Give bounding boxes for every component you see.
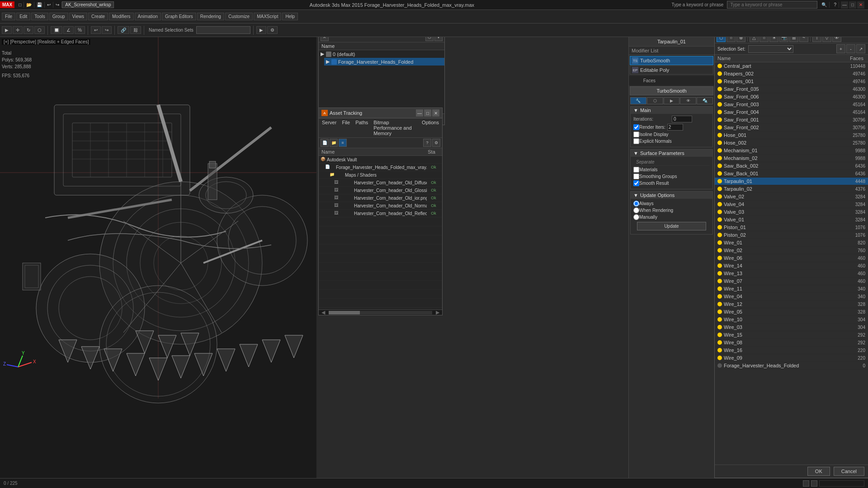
ss-item[interactable]: Tarpaulin_014448 [715, 178, 868, 185]
ss-item[interactable]: Wire_13460 [715, 270, 868, 277]
at-row-reflect[interactable]: 🖼 Harvester_Corn_header_Old_Reflect.png … [319, 210, 442, 217]
menu-views[interactable]: Views [69, 13, 88, 20]
at-row-normal[interactable]: 🖼 Harvester_Corn_header_Old_Normal.png O… [319, 202, 442, 210]
ss-item[interactable]: Wire_16220 [715, 347, 868, 354]
ss-ok-btn[interactable]: OK [807, 467, 830, 476]
menu-file[interactable]: File [2, 13, 15, 20]
ss-item[interactable]: Valve_043284 [715, 201, 868, 208]
move-tool[interactable]: ✛ [13, 26, 23, 34]
explicit-normals-check[interactable] [633, 138, 639, 144]
ss-sel-btn3[interactable]: ↗ [856, 44, 865, 53]
ss-item[interactable]: Tarpaulin_024376 [715, 185, 868, 193]
redo-tool[interactable]: ↪ [102, 26, 112, 34]
menu-modifiers[interactable]: Modifiers [109, 13, 134, 20]
smooth-result-check[interactable] [633, 180, 639, 186]
at-titlebar[interactable]: A Asset Tracking — □ ✕ [319, 108, 442, 118]
menu-help[interactable]: Help [282, 13, 298, 20]
ss-item[interactable]: Piston_011076 [715, 224, 868, 231]
save-btn[interactable]: 💾 [34, 2, 45, 8]
redo-btn[interactable]: ↪ [53, 2, 62, 8]
close-btn[interactable]: ✕ [857, 1, 864, 9]
menu-group[interactable]: Group [49, 13, 68, 20]
ss-sel-dropdown[interactable] [748, 45, 793, 53]
at-tb-1[interactable]: 📄 [321, 139, 329, 147]
at-tb-settings[interactable]: ⚙ [432, 139, 440, 147]
ss-item[interactable]: Valve_023284 [715, 193, 868, 201]
link-tool[interactable]: 🔗 [118, 26, 129, 34]
ss-item[interactable]: Hose_00125780 [715, 131, 868, 139]
help-icon[interactable]: ? [831, 2, 839, 8]
ss-item[interactable]: Wire_04340 [715, 293, 868, 300]
at-row-maps[interactable]: 📁 Maps / Shaders [319, 171, 442, 179]
ss-item[interactable]: Piston_021076 [715, 231, 868, 239]
at-row-glossiness[interactable]: 🖼 Harvester_Corn_header_Old_Glossiness.p… [319, 187, 442, 194]
ss-item[interactable]: Saw_Front_03546300 [715, 85, 868, 93]
isoline-check[interactable] [633, 131, 639, 137]
named-sel-input[interactable] [196, 26, 250, 34]
percent-snap[interactable]: % [75, 26, 85, 34]
at-scrollbar[interactable]: ◀ ▶ [319, 310, 442, 315]
smoothing-groups-check[interactable] [633, 174, 639, 179]
new-btn[interactable]: □ [16, 2, 24, 8]
ss-item[interactable]: Saw_Front_00130796 [715, 116, 868, 124]
at-tb-help[interactable]: ? [423, 139, 431, 147]
ss-cancel-btn[interactable]: Cancel [834, 467, 864, 476]
at-tb-3[interactable]: ≡ [339, 139, 347, 147]
mp-tab-motion[interactable]: ▶ [664, 97, 680, 104]
ss-item[interactable]: Wire_06460 [715, 254, 868, 262]
iterations-input[interactable] [672, 116, 692, 122]
search-input[interactable] [727, 1, 817, 9]
render-btn[interactable]: ▶ [256, 26, 266, 34]
at-maximize-btn[interactable]: □ [424, 109, 431, 117]
at-menu-server[interactable]: Server [321, 119, 338, 136]
at-menu-file[interactable]: File [340, 119, 351, 136]
scale-tool[interactable]: ⬡ [34, 26, 45, 34]
ss-item[interactable]: Saw_Back_0026436 [715, 162, 868, 170]
ss-item[interactable]: Wire_07460 [715, 277, 868, 285]
ss-sel-btn1[interactable]: + [836, 44, 845, 53]
ss-item[interactable]: Reapers_00249746 [715, 70, 868, 78]
at-menu-options[interactable]: Options [420, 119, 440, 136]
ss-item[interactable]: Saw_Front_00646300 [715, 93, 868, 101]
render-setup[interactable]: ⚙ [267, 26, 278, 34]
ss-item[interactable]: Saw_Front_00230796 [715, 124, 868, 131]
maximize-btn[interactable]: □ [849, 1, 856, 9]
at-row-ior[interactable]: 🖼 Harvester_Corn_header_Old_ior.png Ok [319, 194, 442, 202]
ss-item[interactable]: Valve_033284 [715, 208, 868, 216]
materials-check[interactable] [633, 167, 639, 173]
mp-tab-utilities[interactable]: 🔩 [697, 97, 713, 104]
rollout-main-title[interactable]: ▼ Main [631, 107, 712, 114]
ss-item[interactable]: Wire_01820 [715, 239, 868, 247]
ss-sel-btn2[interactable]: - [846, 44, 855, 53]
at-scroll-left[interactable]: ◀ [319, 310, 328, 315]
at-row-vault[interactable]: 📦 Autodesk Vault [319, 156, 442, 164]
menu-customize[interactable]: Customize [225, 13, 253, 20]
at-close-btn[interactable]: ✕ [432, 109, 439, 117]
at-menu-paths[interactable]: Paths [354, 119, 369, 136]
undo-btn[interactable]: ↩ [45, 2, 53, 8]
when-rendering-radio[interactable] [633, 207, 639, 213]
rollout-update-title[interactable]: ▼ Update Options [631, 192, 712, 199]
open-btn[interactable]: 📂 [24, 2, 34, 8]
mp-tab-hierarchy[interactable]: ⬡ [647, 97, 663, 104]
menu-edit[interactable]: Edit [16, 13, 30, 20]
ss-item[interactable]: Wire_08292 [715, 339, 868, 347]
snap-toggle[interactable]: 🔲 [51, 26, 62, 34]
ss-item[interactable]: Central_part110448 [715, 62, 868, 70]
menu-animation[interactable]: Animation [135, 13, 161, 20]
ss-item[interactable]: Wire_15292 [715, 331, 868, 339]
menu-create[interactable]: Create [88, 13, 108, 20]
at-tb-2[interactable]: 📁 [330, 139, 338, 147]
angle-snap[interactable]: ∠ [63, 26, 74, 34]
status-btn-1[interactable] [803, 480, 809, 487]
ss-item[interactable]: Wire_03304 [715, 324, 868, 331]
unlink-tool[interactable]: ⛓ [130, 26, 141, 34]
at-scroll-right[interactable]: ▶ [433, 310, 442, 315]
ss-item[interactable]: Reapers_00149746 [715, 78, 868, 85]
undo-tool[interactable]: ↩ [91, 26, 101, 34]
render-iters-input[interactable] [667, 124, 683, 131]
mp-tab-display[interactable]: 👁 [680, 97, 696, 104]
ss-item[interactable]: Wire_09220 [715, 354, 868, 362]
menu-maxscript[interactable]: MAXScript [254, 13, 281, 20]
always-radio[interactable] [633, 201, 639, 206]
